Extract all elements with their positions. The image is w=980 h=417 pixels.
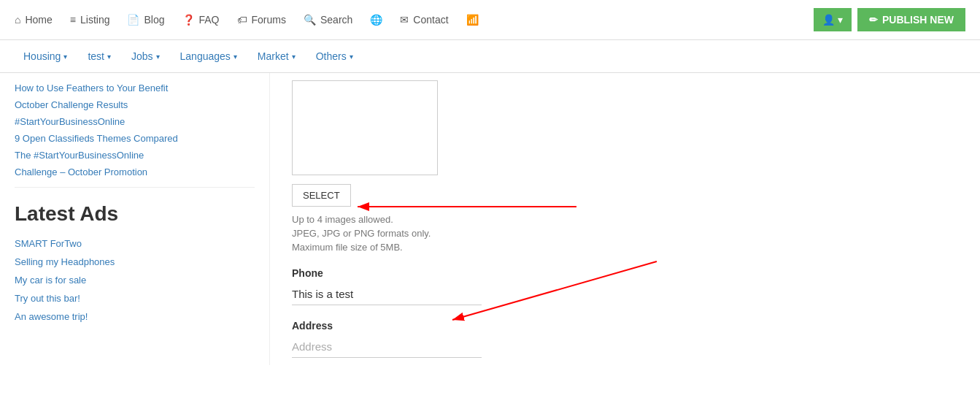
sidebar-link-5[interactable]: Challenge – October Promotion (15, 164, 255, 180)
main-content: How to Use Feathers to Your Benefit Octo… (0, 73, 980, 365)
chart-icon: 📶 (466, 14, 479, 26)
housing-arrow: ▾ (63, 53, 67, 61)
cat-others[interactable]: Others ▾ (307, 45, 362, 68)
nav-search[interactable]: 🔍 Search (304, 14, 352, 26)
arrow-address (292, 261, 730, 349)
nav-chart[interactable]: 📶 (466, 14, 479, 26)
latest-ads-section: Latest Ads SMART ForTwo Selling my Headp… (15, 202, 255, 324)
cat-nav: Housing ▾ test ▾ Jobs ▾ Languages ▾ Mark… (0, 40, 980, 73)
cat-others-label: Others (316, 50, 347, 62)
arrow-select (292, 192, 730, 236)
sidebar-link-4[interactable]: The #StartYourBusinessOnline (15, 148, 255, 163)
nav-faq[interactable]: ❓ FAQ (182, 14, 220, 26)
latest-ad-2[interactable]: My car is for sale (15, 272, 255, 288)
publish-new-label: PUBLISH NEW (882, 14, 954, 26)
cat-languages-label: Languages (180, 50, 231, 62)
user-icon: 👤 (822, 14, 835, 26)
cat-languages[interactable]: Languages ▾ (171, 45, 246, 68)
market-arrow: ▾ (292, 53, 296, 61)
blog-icon: 📄 (127, 14, 139, 26)
nav-blog[interactable]: 📄 Blog (127, 14, 164, 26)
nav-home-label: Home (25, 14, 52, 26)
nav-forums[interactable]: 🏷 Forums (237, 14, 286, 26)
nav-listing[interactable]: ≡ Listing (70, 14, 110, 26)
cat-market-label: Market (258, 50, 289, 62)
nav-listing-label: Listing (80, 14, 109, 26)
envelope-icon: ✉ (400, 14, 409, 26)
cat-market[interactable]: Market ▾ (249, 45, 304, 68)
test-arrow: ▾ (107, 53, 111, 61)
svg-line-3 (452, 261, 657, 320)
pencil-icon: ✏ (869, 14, 878, 26)
publish-new-button[interactable]: ✏ PUBLISH NEW (857, 8, 965, 31)
nav-forums-label: Forums (252, 14, 286, 26)
latest-ads-title: Latest Ads (15, 202, 255, 226)
sidebar-recent-links: How to Use Feathers to Your Benefit Octo… (15, 80, 255, 188)
user-dropdown-arrow: ▾ (838, 14, 843, 26)
cat-housing-label: Housing (23, 50, 61, 62)
sidebar-link-0[interactable]: How to Use Feathers to Your Benefit (15, 80, 255, 96)
sidebar: How to Use Feathers to Your Benefit Octo… (0, 73, 270, 365)
user-button[interactable]: 👤 ▾ (814, 8, 852, 31)
others-arrow: ▾ (350, 53, 353, 61)
sidebar-link-2[interactable]: #StartYourBusinessOnline (15, 114, 255, 129)
cat-housing[interactable]: Housing ▾ (15, 45, 76, 68)
faq-icon: ❓ (182, 14, 195, 26)
forums-icon: 🏷 (237, 14, 247, 26)
right-content: SELECT Up to 4 images allowed. JPEG, JPG… (270, 73, 980, 365)
languages-arrow: ▾ (234, 53, 237, 61)
nav-search-label: Search (320, 14, 352, 26)
cat-test-label: test (88, 50, 104, 62)
home-icon: ⌂ (15, 14, 20, 26)
globe-icon: 🌐 (370, 14, 382, 26)
latest-ad-1[interactable]: Selling my Headphones (15, 254, 255, 269)
latest-ad-4[interactable]: An awesome trip! (15, 309, 255, 324)
nav-contact[interactable]: ✉ Contact (400, 14, 448, 26)
latest-ad-0[interactable]: SMART ForTwo (15, 236, 255, 251)
nav-globe[interactable]: 🌐 (370, 14, 382, 26)
image-upload-box (292, 80, 438, 175)
sidebar-link-3[interactable]: 9 Open Classifieds Themes Compared (15, 131, 255, 146)
latest-ads-links: SMART ForTwo Selling my Headphones My ca… (15, 236, 255, 324)
list-icon: ≡ (70, 14, 76, 26)
nav-home[interactable]: ⌂ Home (15, 14, 53, 26)
publish-group: 👤 ▾ ✏ PUBLISH NEW (814, 8, 965, 31)
latest-ad-3[interactable]: Try out this bar! (15, 291, 255, 306)
nav-blog-label: Blog (144, 14, 164, 26)
nav-faq-label: FAQ (199, 14, 220, 26)
upload-info-3: Maximum file size of 5MB. (292, 242, 958, 253)
search-icon: 🔍 (304, 14, 316, 26)
cat-test[interactable]: test ▾ (79, 45, 120, 68)
top-nav-links: ⌂ Home ≡ Listing 📄 Blog ❓ FAQ 🏷 Forums 🔍… (15, 14, 479, 26)
sidebar-link-1[interactable]: October Challenge Results (15, 97, 255, 112)
jobs-arrow: ▾ (156, 53, 160, 61)
top-nav: ⌂ Home ≡ Listing 📄 Blog ❓ FAQ 🏷 Forums 🔍… (0, 0, 980, 40)
cat-jobs[interactable]: Jobs ▾ (123, 45, 169, 68)
cat-jobs-label: Jobs (131, 50, 153, 62)
nav-contact-label: Contact (413, 14, 448, 26)
